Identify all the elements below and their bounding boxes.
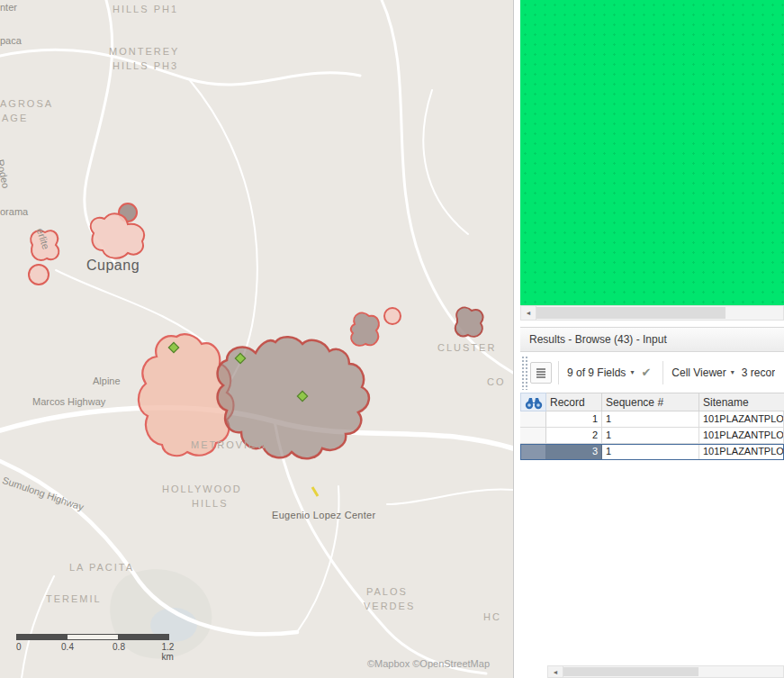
cell-sitename[interactable]: 101PLAZANTPLOR [699, 444, 784, 460]
app-window: nterHILLS PH1MONTEREYHILLS PH3pacaAGROSA… [0, 0, 784, 678]
map-roads [0, 0, 513, 678]
poi-dash [312, 487, 318, 496]
map-preview-pane[interactable] [520, 0, 784, 305]
fields-dropdown-label: 9 of 9 Fields [567, 366, 626, 379]
results-grid: RecordSequence #Sitename 11101PLAZANTPLO… [520, 393, 784, 460]
map-canvas[interactable] [0, 0, 513, 678]
fields-dropdown[interactable]: 9 of 9 Fields ▾ [565, 366, 635, 379]
cell-sequence[interactable]: 1 [602, 411, 699, 428]
preview-hscrollbar[interactable]: ◄ [520, 305, 784, 321]
scroll-left-button[interactable]: ◄ [521, 306, 536, 320]
row-header-cell[interactable] [520, 428, 546, 444]
rows-icon [535, 366, 547, 379]
table-row[interactable]: 21101PLAZANTPLOR [520, 428, 784, 444]
check-icon[interactable]: ✔ [641, 366, 651, 379]
toolbar-separator [558, 361, 559, 384]
map-attribution[interactable]: ©Mapbox ©OpenStreetMap [367, 658, 490, 669]
scalebar-label: 0.4 [61, 642, 74, 652]
scalebar-segments [16, 634, 169, 640]
cell-record[interactable]: 3 [546, 444, 602, 460]
results-toolbar: 9 of 9 Fields ▾ ✔ Cell Viewer ▾ 3 recor [520, 352, 784, 393]
results-panel-title: Results - Browse (43) - Input [529, 333, 667, 346]
column-header-sitename[interactable]: Sitename [699, 393, 784, 411]
scalebar-label: 0.8 [113, 642, 125, 652]
table-layout-button[interactable] [530, 362, 552, 384]
table-row[interactable]: 31101PLAZANTPLOR [520, 444, 784, 460]
column-header-record[interactable]: Record [546, 393, 602, 411]
scroll-thumb[interactable] [563, 667, 698, 676]
results-hscrollbar[interactable]: ◄ [547, 665, 784, 678]
binoculars-icon [524, 395, 544, 410]
scalebar-label: 1.2 km [162, 642, 179, 662]
chevron-down-icon: ▾ [630, 368, 634, 376]
right-panel: ◄ Results - Browse (43) - Input [514, 0, 784, 678]
map-scalebar: 00.40.81.2 km [16, 634, 187, 655]
cell-sequence[interactable]: 1 [602, 428, 699, 444]
row-header-cell[interactable] [520, 444, 546, 460]
chevron-down-icon: ▾ [731, 368, 734, 376]
map-pane[interactable]: nterHILLS PH1MONTEREYHILLS PH3pacaAGROSA… [0, 0, 514, 678]
cell-sitename[interactable]: 101PLAZANTPLOR [699, 411, 784, 428]
column-header-sequence-[interactable]: Sequence # [602, 393, 699, 411]
grid-body: 11101PLAZANTPLOR21101PLAZANTPLOR31101PLA… [520, 411, 784, 460]
search-binoculars-button[interactable] [520, 393, 546, 411]
records-count-text: 3 recor [742, 366, 775, 379]
cell-record[interactable]: 2 [546, 428, 602, 444]
cell-viewer-label: Cell Viewer [671, 366, 725, 379]
scalebar-label: 0 [16, 642, 22, 652]
row-header-cell[interactable] [520, 411, 546, 428]
scroll-thumb[interactable] [536, 307, 725, 319]
grid-header-row: RecordSequence #Sitename [520, 393, 784, 411]
scalebar-labels: 00.40.81.2 km [16, 642, 187, 655]
cell-record[interactable]: 1 [546, 411, 602, 428]
cell-sequence[interactable]: 1 [602, 444, 699, 460]
toolbar-separator [662, 361, 663, 384]
cell-sitename[interactable]: 101PLAZANTPLOR [699, 428, 784, 444]
scroll-left-button[interactable]: ◄ [548, 666, 563, 677]
cell-viewer-dropdown[interactable]: Cell Viewer ▾ [670, 366, 735, 379]
results-panel-header[interactable]: Results - Browse (43) - Input [520, 327, 784, 352]
drag-grip[interactable] [521, 356, 527, 390]
table-row[interactable]: 11101PLAZANTPLOR [520, 411, 784, 428]
